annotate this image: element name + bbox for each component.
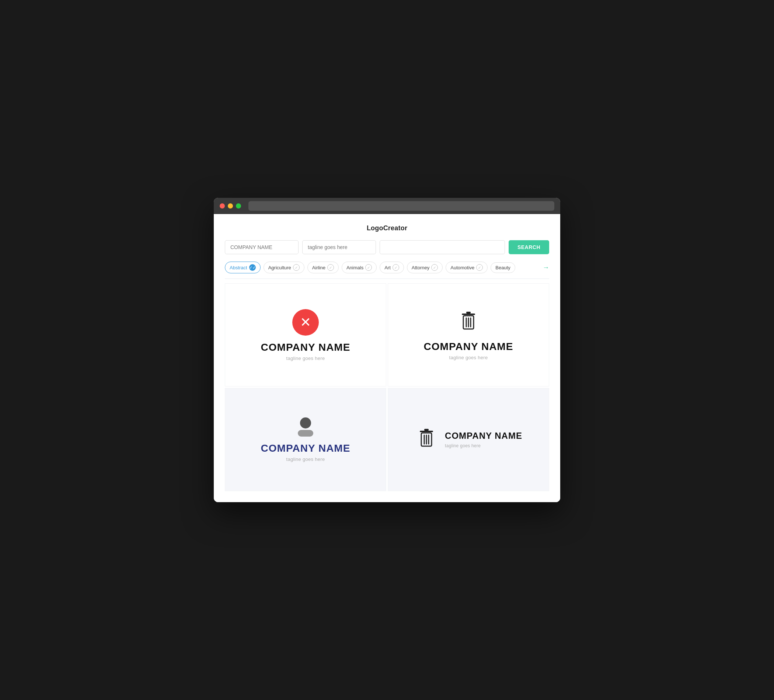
logo-4-text: COMPANY NAME tagline goes here <box>445 431 522 448</box>
check-icon-agriculture <box>293 264 299 271</box>
mac-window: LogoCreator SEARCH Abstract ✓ Agricultur… <box>214 198 560 502</box>
maximize-button[interactable] <box>236 203 241 208</box>
filter-chip-abstract[interactable]: Abstract ✓ <box>225 262 261 273</box>
title-bar <box>214 198 560 214</box>
trash-icon-4 <box>415 427 438 452</box>
company-name-input[interactable] <box>225 240 299 254</box>
search-bar: SEARCH <box>225 240 549 254</box>
check-icon-automotive <box>476 264 483 271</box>
check-icon-abstract: ✓ <box>249 264 256 271</box>
filter-label-attorney: Attorney <box>412 265 429 271</box>
filter-chip-automotive[interactable]: Automotive <box>446 262 488 273</box>
person-body <box>298 430 313 437</box>
filter-label-agriculture: Agriculture <box>268 265 291 271</box>
trash-icon-2 <box>456 310 480 335</box>
logo-2-company-name: COMPANY NAME <box>424 341 513 353</box>
check-icon-art <box>392 264 399 271</box>
filter-chip-attorney[interactable]: Attorney <box>407 262 443 273</box>
url-bar[interactable] <box>248 201 554 211</box>
red-x-icon: ✕ <box>292 309 319 336</box>
search-button[interactable]: SEARCH <box>509 240 549 254</box>
red-circle: ✕ <box>292 309 319 336</box>
filter-label-automotive: Automotive <box>450 265 475 271</box>
filter-chip-agriculture[interactable]: Agriculture <box>263 262 304 273</box>
person-head <box>300 418 311 428</box>
logo-card-2[interactable]: COMPANY NAME tagline goes here <box>388 283 549 386</box>
keyword-input[interactable] <box>380 240 505 254</box>
logo-grid: ✕ COMPANY NAME tagline goes here <box>225 283 549 491</box>
app-title: LogoCreator <box>225 225 549 232</box>
filter-label-beauty: Beauty <box>495 265 510 271</box>
filter-label-airline: Airline <box>312 265 326 271</box>
logo-4-tagline: tagline goes here <box>445 443 522 448</box>
logo-4-company-name: COMPANY NAME <box>445 431 522 441</box>
filter-chip-airline[interactable]: Airline <box>308 262 339 273</box>
logo-1-tagline: tagline goes here <box>286 355 325 361</box>
logo-card-4[interactable]: COMPANY NAME tagline goes here <box>388 388 549 491</box>
logo-2-tagline: tagline goes here <box>449 355 488 360</box>
check-icon-airline <box>327 264 334 271</box>
svg-rect-0 <box>462 314 475 315</box>
logo-1-company-name: COMPANY NAME <box>261 342 351 353</box>
app-content: LogoCreator SEARCH Abstract ✓ Agricultur… <box>214 214 560 502</box>
svg-rect-6 <box>420 431 433 432</box>
svg-rect-7 <box>424 429 428 431</box>
logo-3-company-name: COMPANY NAME <box>261 442 351 454</box>
close-button[interactable] <box>220 203 225 208</box>
filter-label-animals: Animals <box>346 265 364 271</box>
check-icon-attorney <box>431 264 438 271</box>
logo-card-1[interactable]: ✕ COMPANY NAME tagline goes here <box>225 283 386 386</box>
filter-chip-animals[interactable]: Animals <box>342 262 377 273</box>
filter-label-art: Art <box>384 265 391 271</box>
logo-4-inline: COMPANY NAME tagline goes here <box>415 427 522 452</box>
minimize-button[interactable] <box>228 203 233 208</box>
check-icon-animals <box>365 264 372 271</box>
logo-card-3[interactable]: COMPANY NAME tagline goes here <box>225 388 386 491</box>
filter-label-abstract: Abstract <box>230 265 247 271</box>
person-icon <box>298 418 313 437</box>
logo-3-tagline: tagline goes here <box>286 456 325 462</box>
svg-rect-1 <box>466 312 471 314</box>
filter-chip-beauty[interactable]: Beauty <box>491 262 515 273</box>
tagline-input[interactable] <box>302 240 376 254</box>
filter-next-arrow[interactable]: → <box>542 264 549 272</box>
filter-chip-art[interactable]: Art <box>380 262 404 273</box>
filter-bar: Abstract ✓ Agriculture Airline Animals A… <box>225 262 549 279</box>
